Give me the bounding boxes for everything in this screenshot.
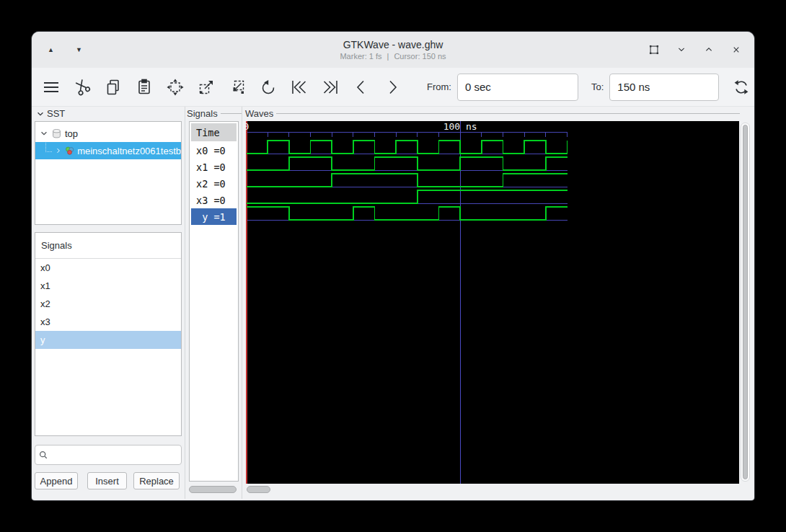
svg-text:0: 0	[246, 121, 249, 132]
zoom-to-end-button[interactable]	[321, 78, 340, 97]
marker-status: Marker: 1 fs	[340, 52, 381, 61]
tree-guide	[45, 143, 52, 152]
window-title: GTKWave - wave.ghw	[343, 39, 443, 50]
zoom-fit-button[interactable]	[166, 78, 185, 97]
signal-row-x0[interactable]: x0 =0	[191, 142, 237, 159]
reload-icon	[732, 78, 751, 97]
signal-search	[35, 445, 182, 465]
filter-item-x3[interactable]: x3	[35, 313, 181, 331]
zoom-in-button[interactable]	[197, 78, 216, 97]
signal-row-y[interactable]: y =1	[191, 208, 237, 225]
menu-icon	[42, 78, 61, 97]
sst-tree: top meinschaltnetz0061testb	[35, 121, 182, 225]
filter-item-x1[interactable]: x1	[35, 277, 181, 295]
to-label: To:	[591, 81, 604, 92]
reload-button[interactable]	[732, 78, 751, 97]
wave-horizontal-scrollbar[interactable]	[247, 486, 270, 493]
filter-item-x0[interactable]: x0	[35, 259, 181, 277]
collapse-chevron-icon	[36, 110, 45, 118]
signal-filter-panel: Signals x0 x1 x2 x3 y	[35, 232, 182, 436]
cut-traces-button[interactable]	[73, 78, 92, 97]
wave-vertical-scrollbar[interactable]	[741, 123, 750, 482]
time-header[interactable]: Time	[191, 123, 237, 141]
vscroll-thumb[interactable]	[743, 125, 748, 479]
copy-icon	[104, 78, 123, 97]
from-input[interactable]	[457, 74, 578, 101]
insert-button[interactable]: Insert	[87, 472, 127, 489]
keep-above-button[interactable]: ▲	[45, 44, 57, 56]
signal-values-panel: Time x0 =0 x1 =0 x2 =0 x3 =0 y =1	[189, 121, 239, 482]
expander-down-icon	[40, 129, 48, 138]
signals-frame-label: Signals	[187, 108, 242, 119]
replace-button[interactable]: Replace	[133, 472, 180, 489]
waveform-canvas: 0100 ns	[246, 121, 739, 484]
sst-header[interactable]: SST	[36, 108, 65, 119]
zoom-to-start-button[interactable]	[290, 78, 309, 97]
toolbar: From: To:	[32, 68, 754, 107]
paste-traces-button[interactable]	[135, 78, 154, 97]
panel-splitter-right[interactable]	[242, 107, 242, 499]
waves-frame-text: Waves	[245, 108, 273, 119]
zoom-in-icon	[197, 78, 216, 97]
from-label: From:	[427, 81, 451, 92]
gtkwave-window: ▲ ▼ GTKWave - wave.ghw Marker: 1 fs | Cu…	[32, 32, 754, 500]
wave-display[interactable]: 0100 ns	[246, 121, 739, 484]
to-input[interactable]	[609, 74, 719, 101]
component-icon	[65, 145, 74, 156]
subtitle-separator: |	[387, 52, 389, 61]
goto-start-icon	[290, 78, 309, 97]
append-button[interactable]: Append	[35, 472, 78, 489]
signals-frame-text: Signals	[187, 108, 218, 119]
fullscreen-button[interactable]	[646, 42, 662, 58]
cursor-status: Cursor: 150 ns	[394, 52, 446, 61]
prev-edge-button[interactable]	[352, 78, 371, 97]
values-horizontal-scrollbar[interactable]	[189, 486, 237, 493]
window-subtitle: Marker: 1 fs | Cursor: 150 ns	[340, 52, 446, 61]
tree-item-top[interactable]: top	[35, 125, 181, 142]
signal-row-x2[interactable]: x2 =0	[191, 175, 237, 192]
screen: ▲ ▼ GTKWave - wave.ghw Marker: 1 fs | Cu…	[0, 0, 786, 532]
filter-item-y[interactable]: y	[35, 331, 181, 349]
menu-button[interactable]	[42, 78, 61, 97]
goto-end-icon	[321, 78, 340, 97]
filter-column-header[interactable]: Signals	[35, 233, 181, 259]
expander-right-icon	[55, 146, 62, 155]
zoom-out-button[interactable]	[228, 78, 247, 97]
chevron-right-icon	[383, 78, 402, 97]
paste-icon	[135, 78, 154, 97]
signal-row-x1[interactable]: x1 =0	[191, 159, 237, 175]
scissors-icon	[73, 78, 92, 97]
filter-item-x2[interactable]: x2	[35, 295, 181, 313]
search-icon	[35, 448, 51, 462]
tree-item-label: meinschaltnetz0061testb	[77, 146, 181, 156]
signal-row-x3[interactable]: x3 =0	[191, 192, 237, 208]
keep-below-button[interactable]: ▼	[73, 44, 85, 56]
close-icon	[730, 44, 742, 56]
search-input[interactable]	[51, 449, 181, 461]
next-edge-button[interactable]	[383, 78, 402, 97]
fullscreen-icon	[648, 43, 661, 56]
maximize-button[interactable]	[701, 42, 717, 58]
panel-splitter-left[interactable]	[185, 107, 185, 499]
minimize-button[interactable]	[674, 42, 689, 58]
zoom-fit-icon	[166, 78, 185, 97]
zoom-undo-button[interactable]	[259, 78, 278, 97]
sst-label: SST	[47, 108, 65, 119]
chevron-left-icon	[352, 78, 371, 97]
svg-text:100 ns: 100 ns	[443, 121, 477, 132]
close-button[interactable]	[728, 42, 744, 58]
undo-icon	[259, 78, 278, 97]
copy-traces-button[interactable]	[104, 78, 123, 97]
waves-frame-label: Waves	[245, 108, 740, 119]
chevron-up-icon	[703, 44, 715, 56]
tree-item-testbench[interactable]: meinschaltnetz0061testb	[35, 142, 181, 159]
zoom-out-icon	[228, 78, 247, 97]
module-icon	[51, 128, 62, 139]
titlebar: ▲ ▼ GTKWave - wave.ghw Marker: 1 fs | Cu…	[32, 32, 754, 68]
tree-item-label: top	[65, 128, 78, 139]
chevron-down-icon	[676, 44, 687, 56]
